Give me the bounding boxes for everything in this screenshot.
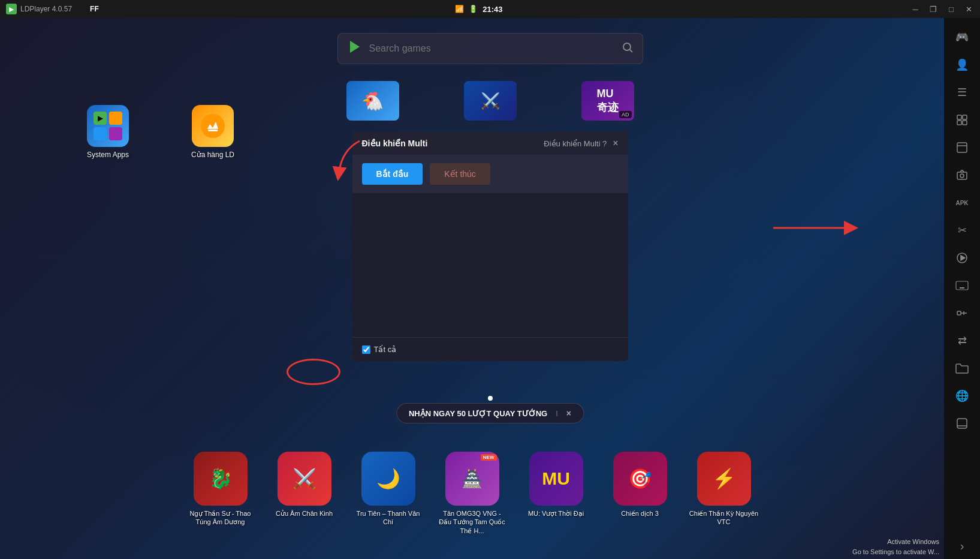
activate-windows-line2: Go to Settings to activate W... [852, 547, 939, 557]
sidebar-gamepad-icon[interactable]: 🎮 [947, 24, 977, 50]
svg-point-34 [201, 114, 225, 138]
system-apps-label: System Apps [87, 151, 129, 159]
sidebar-operations-icon[interactable] [947, 300, 977, 326]
bottom-game-label-3: Tân OMG3Q VNG - Đấu Tướng Tam Quốc Thế H… [436, 509, 508, 535]
game-thumb-spacer [405, 81, 458, 121]
pagination-dots [488, 396, 493, 401]
game-thumb-3[interactable]: MU奇迹 AD [581, 81, 634, 121]
restore-button[interactable]: ❐ [925, 1, 942, 17]
game-thumb-1[interactable]: 🐔 [346, 81, 399, 121]
ld-store-label: Cửa hàng LD [191, 151, 234, 159]
bottom-game-chien-than[interactable]: ⚡ Chiến Thần Kỳ Nguyên VTC [688, 452, 760, 535]
banner-separator: I [556, 409, 558, 418]
svg-line-33 [630, 50, 632, 52]
games-row: 🐔 ⚔️ MU奇迹 AD [346, 81, 634, 121]
banner: NHẬN NGAY 50 LƯỢT QUAY TƯỚNG I × [396, 403, 584, 423]
svg-rect-5 [957, 115, 961, 119]
maximize-button[interactable]: □ [943, 1, 960, 17]
clock: 21:43 [483, 5, 502, 14]
svg-rect-6 [963, 115, 967, 119]
select-all-label: Tất cả [374, 345, 397, 354]
popup-title: Điều khiển Multi [362, 139, 428, 148]
banner-close-button[interactable]: × [566, 408, 571, 418]
svg-rect-11 [957, 172, 967, 179]
popup-help-text: Điều khiển Multi ? [544, 139, 607, 148]
popup-close-button[interactable]: × [613, 138, 618, 149]
start-button[interactable]: Bắt đầu [362, 163, 423, 185]
banner-text: NHẬN NGAY 50 LƯỢT QUAY TƯỚNG [409, 409, 547, 418]
sidebar-apk-icon[interactable]: APK [947, 190, 977, 216]
svg-rect-35 [208, 130, 218, 131]
wifi-icon: 📶 [455, 5, 464, 13]
ld-store-icon[interactable]: Cửa hàng LD [186, 105, 240, 159]
sidebar-control-bottom-icon[interactable] [947, 410, 977, 437]
sidebar-window-icon[interactable] [947, 134, 977, 161]
window-controls: ─ ❐ □ ✕ [907, 1, 980, 17]
bottom-game-label-0: Ngự Thần Sư - Thao Túng Âm Dương [185, 509, 257, 527]
stop-button[interactable]: Kết thúc [430, 163, 490, 185]
battery-icon: 🔋 [469, 5, 478, 13]
svg-rect-8 [963, 121, 967, 125]
bottom-game-label-1: Cửu Âm Chân Kinh [276, 509, 333, 518]
svg-marker-31 [350, 41, 360, 53]
svg-rect-9 [957, 143, 967, 152]
bottom-game-tru-tien[interactable]: 🌙 Tru Tiên – Thanh Vân Chí [352, 452, 424, 535]
sidebar-sync-icon[interactable]: ⇄ [947, 327, 977, 354]
sidebar-capture-icon[interactable] [947, 162, 977, 188]
bottom-games-row: 🐉 Ngự Thần Sư - Thao Túng Âm Dương ⚔️ Cử… [0, 452, 944, 535]
bottom-game-label-5: Chiến dịch 3 [621, 509, 659, 518]
search-bar [337, 33, 643, 64]
app-title: LDPlayer 4.0.57 [20, 5, 72, 13]
bottom-game-omg3q[interactable]: 🏯 NEW Tân OMG3Q VNG - Đấu Tướng Tam Quốc… [436, 452, 508, 535]
svg-marker-14 [961, 256, 965, 260]
title-bar: ▶ LDPlayer 4.0.57 FF 📶 🔋 21:43 ─ ❐ □ ✕ [0, 0, 980, 18]
select-all-checkbox[interactable]: Tất cả [362, 345, 397, 354]
sidebar-folder-icon[interactable] [947, 355, 977, 381]
bottom-game-label-4: MU: Vượt Thời Đại [528, 509, 584, 518]
bottom-game-label-2: Tru Tiên – Thanh Vân Chí [352, 509, 424, 527]
sidebar-resize-icon[interactable] [947, 107, 977, 133]
bottom-game-mu[interactable]: MU MU: Vượt Thời Đại [520, 452, 592, 535]
svg-point-12 [960, 174, 964, 178]
game-thumb-spacer2 [523, 81, 575, 121]
popup-header: Điều khiển Multi Điều khiển Multi ? × [352, 132, 628, 155]
sidebar-keyboard-icon[interactable] [947, 272, 977, 299]
svg-rect-29 [957, 419, 967, 428]
popup-content-area [352, 193, 628, 337]
new-badge-omg3q: NEW [481, 454, 497, 461]
dot-1 [488, 396, 493, 401]
play-store-icon [348, 40, 362, 58]
bottom-game-label-6: Chiến Thần Kỳ Nguyên VTC [688, 509, 760, 527]
multi-control-dialog: Điều khiển Multi Điều khiển Multi ? × Bắ… [352, 132, 628, 361]
svg-rect-7 [957, 121, 961, 125]
sidebar-cut-icon[interactable]: ✂ [947, 217, 977, 244]
right-sidebar: 🎮 👤 ☰ APK ✂ [944, 18, 980, 559]
search-icon [622, 42, 633, 56]
sidebar-menu-icon[interactable]: ☰ [947, 79, 977, 106]
app-icon: ▶ [6, 4, 17, 14]
bottom-game-chien-dich[interactable]: 🎯 Chiến dịch 3 [604, 452, 676, 535]
ad-badge: AD [619, 111, 632, 118]
popup-buttons-area: Bắt đầu Kết thúc [352, 155, 628, 193]
activate-windows-line1: Activate Windows [852, 537, 939, 547]
all-checkbox-input[interactable] [362, 345, 370, 354]
popup-footer: Tất cả [352, 337, 628, 361]
bottom-game-cuu-am[interactable]: ⚔️ Cửu Âm Chân Kinh [269, 452, 340, 535]
user-badge: FF [78, 5, 99, 13]
system-apps-icon[interactable]: ▶ System Apps [81, 105, 135, 159]
minimize-button[interactable]: ─ [907, 1, 924, 17]
sidebar-user-icon[interactable]: 👤 [947, 52, 977, 78]
svg-point-32 [623, 43, 631, 50]
sidebar-globe-icon[interactable]: 🌐 [947, 383, 977, 409]
popup-header-right: Điều khiển Multi ? × [544, 138, 618, 149]
game-thumb-2[interactable]: ⚔️ [464, 81, 517, 121]
app-logo: ▶ LDPlayer 4.0.57 [0, 4, 78, 14]
sidebar-expand-icon[interactable]: › [960, 539, 964, 553]
sidebar-record-icon[interactable] [947, 245, 977, 271]
svg-rect-25 [957, 311, 961, 315]
bottom-game-ngu-than-su[interactable]: 🐉 Ngự Thần Sư - Thao Túng Âm Dương [185, 452, 257, 535]
close-button[interactable]: ✕ [961, 1, 978, 17]
windows-activation-text: Activate Windows Go to Settings to activ… [848, 534, 944, 559]
search-input[interactable] [369, 43, 615, 54]
